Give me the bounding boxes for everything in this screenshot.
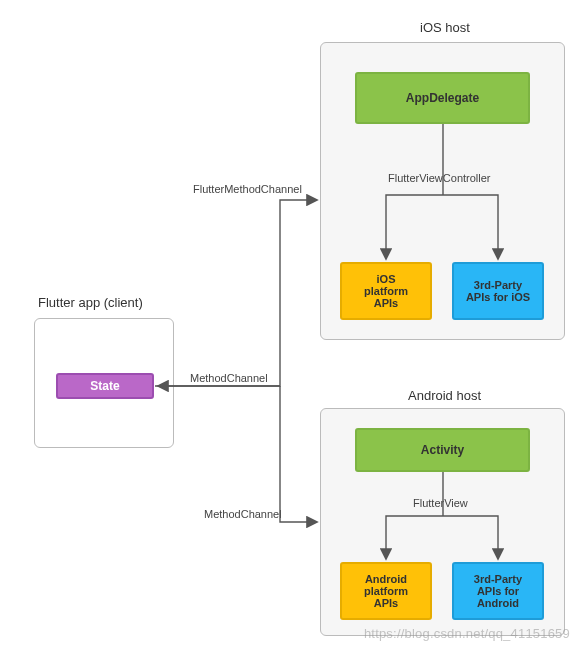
android-platform-apis-label: Android platform APIs [364,573,408,609]
android-thirdparty-label: 3rd-Party APIs for Android [474,573,522,609]
android-host-title: Android host [408,388,481,403]
ios-thirdparty-node: 3rd-Party APIs for iOS [452,262,544,320]
activity-label: Activity [421,443,464,457]
android-platform-apis-node: Android platform APIs [340,562,432,620]
ios-thirdparty-label: 3rd-Party APIs for iOS [466,279,530,303]
state-label: State [90,379,119,393]
ios-host-title: iOS host [420,20,470,35]
appdelegate-node: AppDelegate [355,72,530,124]
activity-node: Activity [355,428,530,472]
flutterviewcontroller-label: FlutterViewController [388,172,491,184]
ios-platform-apis-node: iOS platform APIs [340,262,432,320]
flutterview-label: FlutterView [413,497,468,509]
client-title: Flutter app (client) [38,295,143,310]
methodchannel-android-label: MethodChannel [204,508,282,520]
ios-platform-apis-label: iOS platform APIs [364,273,408,309]
methodchannel-middle-label: MethodChannel [190,372,268,384]
state-node: State [56,373,154,399]
android-thirdparty-node: 3rd-Party APIs for Android [452,562,544,620]
appdelegate-label: AppDelegate [406,91,479,105]
fluttermethodchannel-label: FlutterMethodChannel [193,183,302,195]
watermark-text: https://blog.csdn.net/qq_41151659 [364,626,570,641]
